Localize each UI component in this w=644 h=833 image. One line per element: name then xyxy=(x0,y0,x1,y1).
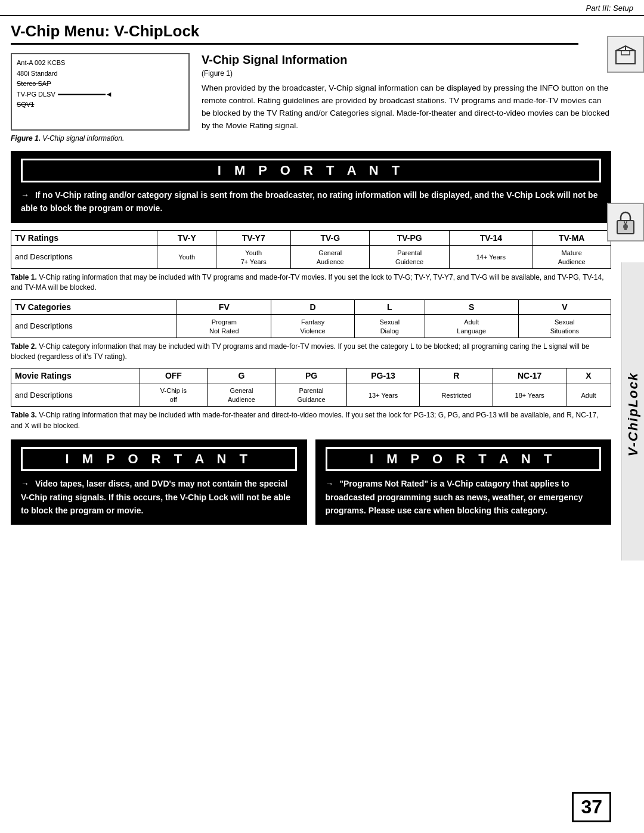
bottom-important-row: I M P O R T A N T → Video tapes, laser d… xyxy=(11,439,611,525)
g-header: G xyxy=(207,368,276,383)
r-header: R xyxy=(420,368,493,383)
tv-ratings-desc-label: and Descriptions xyxy=(11,245,157,268)
tv-categories-header-row: TV Categories FV D L S V xyxy=(11,299,611,314)
movie-ratings-caption: Table 3. V-Chip rating information that … xyxy=(11,410,611,431)
vchiplock-label: V-ChipLock xyxy=(626,372,641,456)
part-label: Part III: Setup xyxy=(586,4,634,13)
tv-ratings-table: TV Ratings TV-Y TV-Y7 TV-G TV-PG TV-14 T… xyxy=(11,230,611,269)
fv-header: FV xyxy=(177,299,271,314)
important-content-1: If no V-Chip rating and/or category sign… xyxy=(21,190,597,213)
tv-screen-box: Ant-A 002 KCBS 480i Standard Stereo SAP … xyxy=(11,53,190,143)
movie-ratings-header-row: Movie Ratings OFF G PG PG-13 R NC-17 X xyxy=(11,368,611,383)
x-header: X xyxy=(566,368,611,383)
lock-icon: V xyxy=(614,209,637,236)
tv-ma-desc: MatureAudience xyxy=(532,245,611,268)
vchiplock-sidebar: V-ChipLock xyxy=(621,262,644,561)
pg13-header: PG-13 xyxy=(346,368,420,383)
figure-caption: Figure 1. V-Chip signal information. xyxy=(11,134,190,143)
pg-desc: ParentalGuidance xyxy=(276,383,346,407)
arrow-3: → xyxy=(326,479,334,488)
tv-categories-label: TV Categories xyxy=(11,299,177,314)
tv-line1: Ant-A 002 KCBS xyxy=(17,58,184,69)
tv-pg-row: TV-PG DLSV ◄ xyxy=(17,89,55,100)
lock-icon-container: V xyxy=(607,203,644,241)
tv-ratings-caption: Table 1. V-Chip rating information that … xyxy=(11,272,611,293)
l-desc: SexualDialog xyxy=(354,314,425,337)
movie-ratings-desc-row: and Descriptions V-Chip isoff GeneralAud… xyxy=(11,383,611,407)
tv-ma-header: TV-MA xyxy=(532,230,611,245)
important-text-1: → If no V-Chip rating and/or category si… xyxy=(21,188,601,215)
important-header-1: I M P O R T A N T xyxy=(21,159,601,182)
nc17-desc: 18+ Years xyxy=(493,383,566,407)
figure-caption-text: V-Chip signal information. xyxy=(42,134,124,143)
tv-categories-caption: Table 2. V-Chip category information tha… xyxy=(11,342,611,363)
x-desc: Adult xyxy=(566,383,611,407)
arrow-indicator: ◄ xyxy=(58,89,113,100)
tv-14-header: TV-14 xyxy=(450,230,532,245)
tv-screen: Ant-A 002 KCBS 480i Standard Stereo SAP … xyxy=(11,53,190,131)
important-box-3: I M P O R T A N T → "Programs Not Rated"… xyxy=(315,439,612,525)
s-desc: AdultLanguage xyxy=(425,314,518,337)
svg-rect-6 xyxy=(624,227,627,230)
tv-screen-content: Ant-A 002 KCBS 480i Standard Stereo SAP … xyxy=(17,58,184,110)
tv-pg-header: TV-PG xyxy=(370,230,450,245)
important-text-2: → Video tapes, laser discs, and DVD's ma… xyxy=(21,477,297,517)
svg-rect-3 xyxy=(621,51,630,55)
tv-y7-header: TV-Y7 xyxy=(216,230,291,245)
tv-ratings-header-row: TV Ratings TV-Y TV-Y7 TV-G TV-PG TV-14 T… xyxy=(11,230,611,245)
tv-categories-desc-label: and Descriptions xyxy=(11,314,177,337)
s-header: S xyxy=(425,299,518,314)
movie-ratings-desc-label: and Descriptions xyxy=(11,383,140,407)
tv-g-desc: GeneralAudience xyxy=(291,245,370,268)
important-header-2: I M P O R T A N T xyxy=(21,447,297,471)
main-content: V-Chip Menu: V-ChipLock Ant-A 002 KCBS 4… xyxy=(0,16,644,537)
d-desc: FantasyViolence xyxy=(271,314,354,337)
tv-ratings-label: TV Ratings xyxy=(11,230,157,245)
page-number: 37 xyxy=(572,792,611,822)
arrow-2: → xyxy=(21,479,29,488)
important-text-3: → "Programs Not Rated" is a V-Chip catag… xyxy=(326,477,602,517)
top-section: Ant-A 002 KCBS 480i Standard Stereo SAP … xyxy=(11,53,611,143)
g-desc: GeneralAudience xyxy=(207,383,276,407)
important-box-1: I M P O R T A N T → If no V-Chip rating … xyxy=(11,151,611,223)
tv-y-header: TV-Y xyxy=(157,230,216,245)
box-icon-container xyxy=(607,36,644,73)
tv-g-header: TV-G xyxy=(291,230,370,245)
svg-text:V: V xyxy=(624,220,627,226)
movie-ratings-label: Movie Ratings xyxy=(11,368,140,383)
v-header: V xyxy=(518,299,611,314)
r-desc: Restricted xyxy=(420,383,493,407)
nc17-header: NC-17 xyxy=(493,368,566,383)
important-header-3: I M P O R T A N T xyxy=(326,447,602,471)
tv-14-desc: 14+ Years xyxy=(450,245,532,268)
d-header: D xyxy=(271,299,354,314)
tv-categories-desc-row: and Descriptions ProgramNot Rated Fantas… xyxy=(11,314,611,337)
tv-line3: Stereo SAP xyxy=(17,79,184,89)
arrow-1: → xyxy=(21,190,29,200)
pg-header: PG xyxy=(276,368,346,383)
vchip-signal-description: When provided by the broadcaster, V-Chip… xyxy=(202,82,611,132)
important-content-3: "Programs Not Rated" is a V-Chip catagor… xyxy=(326,479,583,515)
tv-line4: TV-PG DLSV xyxy=(17,91,55,98)
fv-desc: ProgramNot Rated xyxy=(177,314,271,337)
tv-pg-desc: ParentalGuidence xyxy=(370,245,450,268)
v-desc: SexualSituations xyxy=(518,314,611,337)
top-bar: Part III: Setup xyxy=(0,0,644,16)
tv-line2: 480i Standard xyxy=(17,69,184,79)
svg-rect-0 xyxy=(616,51,635,64)
tv-categories-table: TV Categories FV D L S V and Description… xyxy=(11,299,611,338)
figure-caption-bold: Figure 1. xyxy=(11,134,41,143)
page-title: V-Chip Menu: V-ChipLock xyxy=(11,22,578,45)
l-header: L xyxy=(354,299,425,314)
movie-ratings-table: Movie Ratings OFF G PG PG-13 R NC-17 X a… xyxy=(11,368,611,407)
important-box-2: I M P O R T A N T → Video tapes, laser d… xyxy=(11,439,307,525)
right-sidebar: V V-ChipLock xyxy=(621,36,644,572)
tv-y7-desc: Youth7+ Years xyxy=(216,245,291,268)
tv-y-desc: Youth xyxy=(157,245,216,268)
important-content-2: Video tapes, laser discs, and DVD's may … xyxy=(21,479,290,515)
tv-ratings-desc-row: and Descriptions Youth Youth7+ Years Gen… xyxy=(11,245,611,268)
box-icon xyxy=(612,41,639,67)
figure-ref: (Figure 1) xyxy=(202,69,611,78)
pg13-desc: 13+ Years xyxy=(346,383,420,407)
off-desc: V-Chip isoff xyxy=(140,383,207,407)
